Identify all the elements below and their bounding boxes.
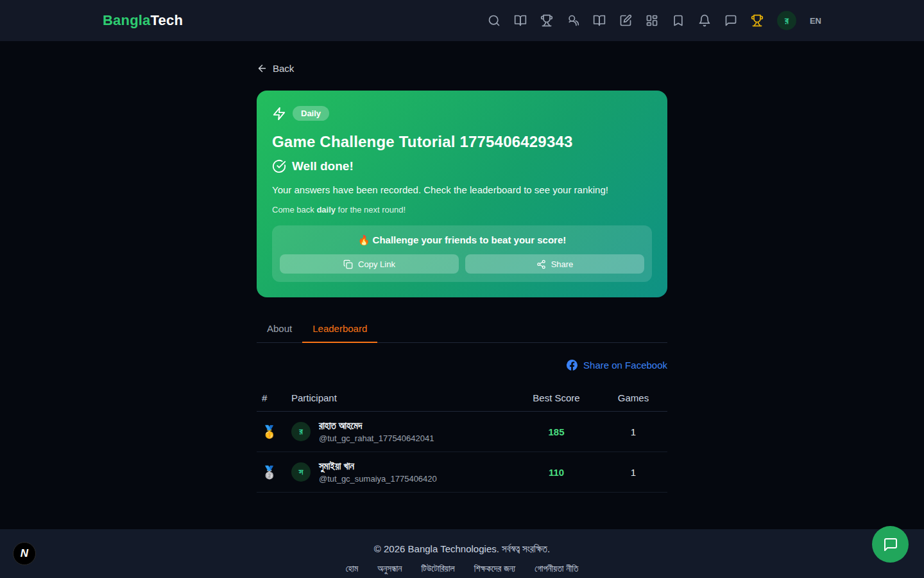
book-open-icon[interactable] — [514, 14, 527, 27]
share-icon — [536, 259, 546, 269]
challenge-result-card: Daily Game Challenge Tutorial 1775406429… — [257, 91, 667, 297]
participant-handle: @tut_gc_sumaiya_1775406420 — [319, 474, 437, 484]
search-icon[interactable] — [488, 14, 501, 27]
share-on-facebook-label: Share on Facebook — [583, 360, 667, 371]
arrow-left-icon — [257, 63, 268, 74]
games-value: 1 — [604, 467, 662, 478]
logo-part-2: Tech — [151, 12, 184, 28]
bell-icon[interactable] — [698, 14, 711, 27]
lightning-icon — [272, 107, 286, 121]
trophy-icon[interactable] — [540, 14, 553, 27]
table-row[interactable]: 🥇 র রাহাত আহমেদ @tut_gc_rahat_1775406420… — [257, 412, 667, 452]
col-best-score: Best Score — [508, 392, 604, 403]
logo-part-1: Bangla — [103, 12, 151, 28]
copy-icon — [343, 259, 353, 269]
dashboard-icon[interactable] — [646, 14, 658, 27]
tab-bar: About Leaderboard — [257, 317, 667, 343]
leaderboard-header-row: # Participant Best Score Games — [257, 387, 667, 412]
language-toggle[interactable]: EN — [810, 16, 821, 26]
challenge-friends-box: 🔥 Challenge your friends to beat your sc… — [272, 225, 652, 282]
participant-avatar: স — [291, 462, 311, 482]
tab-leaderboard[interactable]: Leaderboard — [302, 317, 377, 343]
result-message: Your answers have been recorded. Check t… — [272, 184, 652, 195]
footer-link-home[interactable]: হোম — [346, 563, 358, 574]
col-participant: Participant — [291, 392, 508, 403]
chat-fab-button[interactable] — [872, 526, 909, 563]
share-on-facebook-link[interactable]: Share on Facebook — [567, 360, 667, 371]
back-button[interactable]: Back — [257, 63, 294, 74]
come-back-note: Come back daily for the next round! — [272, 205, 652, 215]
tab-about[interactable]: About — [257, 317, 302, 343]
share-button[interactable]: Share — [465, 254, 644, 274]
users-icon[interactable] — [567, 14, 579, 27]
copy-link-button[interactable]: Copy Link — [280, 254, 459, 274]
col-rank: # — [262, 392, 291, 403]
challenge-title: Game Challenge Tutorial 1775406429343 — [272, 133, 652, 151]
participant-name: সুমাইয়া খান — [319, 460, 437, 472]
share-label: Share — [551, 259, 574, 269]
edit-icon[interactable] — [619, 14, 632, 27]
participant-name: রাহাত আহমেদ — [319, 420, 434, 432]
main-content: Back Daily Game Challenge Tutorial 17754… — [257, 41, 667, 493]
top-nav: BanglaTech — [0, 0, 924, 41]
participant-handle: @tut_gc_rahat_177540642041 — [319, 434, 434, 443]
book-open-icon-2[interactable] — [593, 14, 606, 27]
best-score-value: 185 — [508, 426, 604, 437]
check-circle-icon — [272, 159, 286, 173]
facebook-icon — [567, 360, 578, 371]
footer: © 2026 Bangla Technologies. সর্বস্বত্ব স… — [0, 529, 924, 578]
nav-icons: র EN — [488, 11, 821, 30]
best-score-value: 110 — [508, 467, 604, 478]
back-label: Back — [273, 63, 294, 74]
gold-medal-icon: 🥇 — [262, 425, 291, 439]
logo[interactable]: BanglaTech — [103, 12, 183, 29]
user-avatar[interactable]: র — [777, 11, 796, 30]
nextjs-dev-badge[interactable]: N — [13, 542, 36, 565]
col-games: Games — [604, 392, 662, 403]
copyright-text: © 2026 Bangla Technologies. সর্বস্বত্ব স… — [0, 543, 924, 555]
bookmark-icon[interactable] — [672, 14, 685, 27]
footer-link-search[interactable]: অনুসন্ধান — [377, 563, 402, 574]
daily-badge: Daily — [293, 106, 329, 121]
challenge-heading: 🔥 Challenge your friends to beat your sc… — [280, 234, 644, 246]
silver-medal-icon: 🥈 — [262, 465, 291, 480]
trophy-active-icon[interactable] — [751, 14, 764, 27]
chat-icon[interactable] — [724, 14, 737, 27]
table-row[interactable]: 🥈 স সুমাইয়া খান @tut_gc_sumaiya_1775406… — [257, 452, 667, 493]
games-value: 1 — [604, 426, 662, 437]
footer-link-for-teachers[interactable]: শিক্ষকদের জন্য — [474, 563, 515, 574]
chat-bubble-icon — [883, 537, 898, 552]
participant-avatar: র — [291, 422, 311, 441]
footer-link-privacy-policy[interactable]: গোপনীয়তা নীতি — [535, 563, 578, 574]
leaderboard-panel: Share on Facebook # Participant Best Sco… — [257, 343, 667, 493]
footer-link-tutorials[interactable]: টিউটোরিয়াল — [421, 563, 454, 574]
copy-link-label: Copy Link — [358, 259, 395, 269]
status-heading: Well done! — [292, 159, 354, 173]
